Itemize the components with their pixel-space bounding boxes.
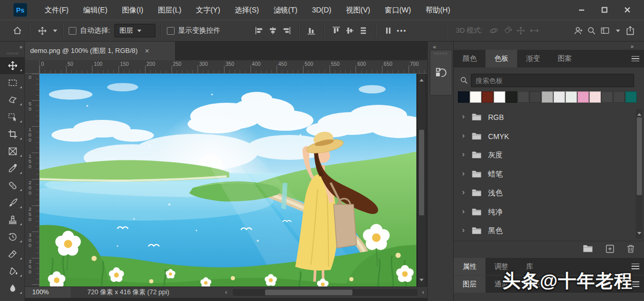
- eyedropper-tool[interactable]: [0, 160, 25, 177]
- toolbar-gripper[interactable]: [7, 52, 18, 54]
- new-group-button[interactable]: [582, 243, 594, 253]
- document-close-icon[interactable]: ×: [145, 47, 149, 55]
- swatch-group-row[interactable]: ›黑色: [454, 222, 633, 241]
- zoom-level-field[interactable]: 100%: [25, 287, 71, 298]
- menu-item[interactable]: 编辑(E): [76, 0, 115, 20]
- swatch-group-row[interactable]: ›浅色: [454, 184, 633, 203]
- document-tab[interactable]: demo.png @ 100% (图层 1, RGB/8) ×: [25, 42, 176, 60]
- scrollbar-thumb[interactable]: [637, 117, 642, 195]
- menu-item[interactable]: 文字(Y): [189, 0, 228, 20]
- color-swatch[interactable]: [589, 91, 601, 103]
- search-button[interactable]: [585, 24, 598, 37]
- chevron-right-icon[interactable]: ›: [462, 131, 465, 140]
- swatch-group-row[interactable]: ›CMYK: [454, 127, 633, 146]
- canvas-horizontal-scrollbar[interactable]: [233, 289, 417, 296]
- minimize-button[interactable]: [570, 2, 593, 18]
- canvas-image[interactable]: [40, 74, 416, 286]
- align-middle-button[interactable]: [343, 24, 357, 37]
- scrollbar-thumb[interactable]: [419, 130, 424, 215]
- color-swatch[interactable]: [458, 91, 469, 103]
- swatches-panel-tab[interactable]: 色板: [485, 50, 517, 67]
- swatch-group-row[interactable]: ›灰度: [454, 146, 633, 165]
- collapse-panel-button[interactable]: »: [630, 43, 634, 49]
- chevron-right-icon[interactable]: ›: [462, 112, 465, 120]
- swatch-group-row[interactable]: ›蜡笔: [454, 165, 633, 184]
- chevron-right-icon[interactable]: ›: [462, 169, 465, 177]
- heal-tool[interactable]: [0, 177, 25, 194]
- frame-tool[interactable]: [0, 143, 25, 160]
- history-panel-collapsed[interactable]: [430, 50, 452, 95]
- color-swatch[interactable]: [518, 91, 529, 103]
- scroll-right-arrow-icon[interactable]: ›: [422, 289, 424, 296]
- object-select-tool[interactable]: [0, 108, 25, 126]
- color-swatch[interactable]: [577, 91, 589, 103]
- color-swatch[interactable]: [601, 91, 613, 103]
- panel-scrollbar[interactable]: [636, 109, 642, 239]
- panel-menu-icon[interactable]: [632, 56, 639, 62]
- more-align-options-button[interactable]: •••: [395, 24, 409, 37]
- align-right-button[interactable]: [280, 24, 293, 37]
- expand-dock-button[interactable]: «: [433, 44, 436, 50]
- move-tool-preset-button[interactable]: [35, 24, 49, 37]
- align-left-button[interactable]: [253, 24, 266, 37]
- share-image-button[interactable]: [623, 24, 637, 37]
- eraser-tool[interactable]: [0, 245, 25, 263]
- share-for-review-button[interactable]: [571, 24, 585, 37]
- menu-item[interactable]: 图层(L): [151, 0, 189, 20]
- swatch-search-input[interactable]: [471, 74, 634, 87]
- menu-item[interactable]: 图像(I): [115, 0, 151, 20]
- scrollbar-thumb[interactable]: [265, 290, 352, 295]
- swatches-panel-tab[interactable]: 渐变: [517, 50, 549, 67]
- align-center-h-button[interactable]: [266, 24, 280, 37]
- color-swatch[interactable]: [625, 91, 637, 103]
- auto-select-checkbox[interactable]: [69, 27, 76, 35]
- show-transform-checkbox[interactable]: [167, 27, 175, 35]
- close-button[interactable]: [616, 2, 639, 18]
- scroll-left-arrow-icon[interactable]: ‹: [225, 289, 227, 296]
- menu-item[interactable]: 窗口(W): [377, 0, 418, 20]
- scroll-up-arrow-icon[interactable]: [419, 77, 424, 81]
- canvas-vertical-scrollbar[interactable]: [417, 74, 425, 286]
- chevron-right-icon[interactable]: ›: [462, 225, 465, 234]
- chevron-down-icon[interactable]: [53, 30, 57, 34]
- scroll-up-arrow-icon[interactable]: [637, 111, 641, 116]
- history-icon[interactable]: [435, 66, 448, 79]
- color-swatch[interactable]: [542, 91, 553, 103]
- expand-toolbar-button[interactable]: »: [19, 44, 22, 50]
- menu-item[interactable]: 视图(V): [338, 0, 377, 20]
- color-swatch[interactable]: [506, 91, 517, 103]
- brush-tool[interactable]: [0, 194, 25, 211]
- swatches-panel-tab[interactable]: 图案: [549, 50, 581, 67]
- color-swatch[interactable]: [494, 91, 505, 103]
- color-swatch[interactable]: [530, 91, 541, 103]
- delete-swatch-button[interactable]: [625, 243, 636, 254]
- chevron-right-icon[interactable]: ›: [462, 187, 465, 196]
- auto-select-target-dropdown[interactable]: 图层: [114, 24, 155, 37]
- move-tool[interactable]: [0, 57, 25, 74]
- crop-tool[interactable]: [0, 126, 25, 143]
- color-swatch[interactable]: [613, 91, 625, 103]
- chevron-down-icon[interactable]: [616, 30, 620, 34]
- workspace-switcher-button[interactable]: [598, 24, 612, 37]
- distribute-h-button[interactable]: [382, 24, 395, 37]
- menu-item[interactable]: 选择(S): [228, 0, 267, 20]
- menu-item[interactable]: 文件(F): [37, 0, 76, 20]
- color-swatch[interactable]: [554, 91, 565, 103]
- distribute-v-button[interactable]: [357, 24, 370, 37]
- layers-panel-tab[interactable]: 图层: [454, 276, 485, 293]
- history-brush-tool[interactable]: [0, 228, 25, 245]
- home-button[interactable]: [10, 24, 24, 37]
- swatch-group-row[interactable]: ›RGB: [454, 108, 633, 127]
- swatch-group-row[interactable]: ›纯净: [454, 203, 633, 222]
- menu-item[interactable]: 3D(D): [305, 0, 338, 20]
- blur-tool[interactable]: [0, 280, 25, 297]
- maximize-button[interactable]: [593, 2, 616, 18]
- bucket-tool[interactable]: [0, 263, 25, 280]
- align-top-button[interactable]: [330, 24, 343, 37]
- align-bottom-button[interactable]: [305, 24, 318, 37]
- menu-item[interactable]: 帮助(H): [418, 0, 457, 20]
- swatches-panel-tab[interactable]: 颜色: [454, 50, 485, 67]
- new-swatch-button[interactable]: [604, 243, 615, 254]
- chevron-right-icon[interactable]: ›: [462, 149, 465, 158]
- panel-gripper[interactable]: [434, 52, 448, 54]
